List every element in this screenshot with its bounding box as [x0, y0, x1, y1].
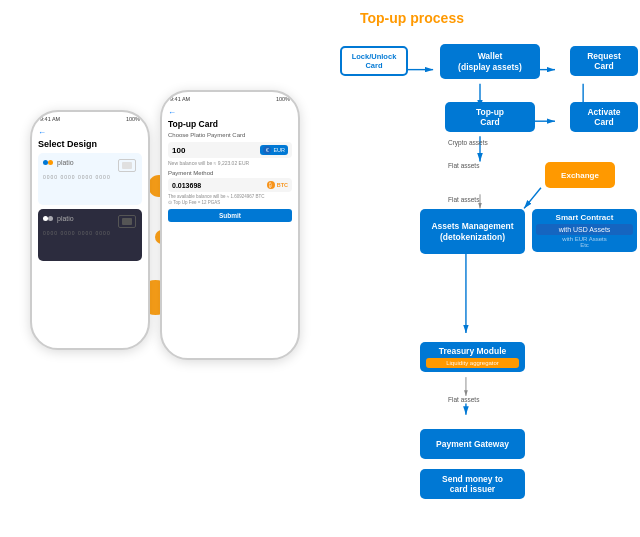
send-money-node: Send money to card issuer — [420, 469, 525, 499]
flowchart-section: Top-up process — [320, 10, 630, 527]
smart-contract-title: Smart Contract — [536, 213, 633, 222]
exchange-node: Exchange — [545, 162, 615, 188]
eur-amount-value: 100 — [172, 146, 185, 155]
flat-assets-label-2: Flat assets — [448, 196, 479, 203]
eur-label: EUR — [273, 147, 285, 153]
lock-unlock-node: Lock/Unlock Card — [340, 46, 408, 76]
card-number-dark: 0000 0000 0000 0000 — [43, 230, 137, 236]
phone-left-battery: 100% — [126, 116, 140, 122]
liquidity-label: Liquidity aggregator — [426, 358, 519, 368]
phone-left-time: 9:41 AM — [40, 116, 60, 122]
flat-assets-label-1: Flat assets — [448, 162, 479, 169]
topup-subtitle: Choose Platio Payment Card — [168, 132, 292, 138]
eur-circle: € — [263, 146, 271, 154]
request-card-node: Request Card — [570, 46, 638, 76]
svg-line-8 — [524, 188, 541, 209]
platio-brand-dark: platio — [57, 215, 74, 222]
avail-note: The available balance will be ≈ 1.609249… — [168, 194, 292, 199]
wallet-node: Wallet (display assets) — [440, 44, 540, 79]
phones-section: 9:41 AM 100% ← Select Design platio 00 — [10, 10, 320, 527]
left-screen-title: Select Design — [38, 139, 142, 149]
treasury-node: Treasury Module Liquidity aggregator — [420, 342, 525, 372]
btc-label: BTC — [277, 182, 288, 188]
activate-card-node: Activate Card — [570, 102, 638, 132]
payment-gateway-node: Payment Gateway — [420, 429, 525, 459]
etc-label: Etc — [536, 242, 633, 248]
treasury-title: Treasury Module — [426, 346, 519, 356]
smart-contract-node: Smart Contract with USD Assets with EUR … — [532, 209, 637, 252]
payment-method-label: Payment Method — [168, 170, 292, 176]
phone-right-battery: 100% — [276, 96, 290, 102]
platio-brand-light: platio — [57, 159, 74, 166]
with-usd-label: with USD Assets — [536, 224, 633, 235]
card-chip-light — [118, 159, 136, 172]
logo-dot-white2 — [48, 216, 53, 221]
back-arrow-right: ← — [168, 108, 292, 117]
phone-right: 9:41 AM 100% ← Top-up Card Choose Platio… — [160, 90, 300, 360]
flat-assets-label-3: Flat assets — [448, 396, 479, 403]
assets-mgmt-node: Assets Management (detokenization) — [420, 209, 525, 254]
btc-amount-value: 0.013698 — [172, 182, 201, 189]
phone-left: 9:41 AM 100% ← Select Design platio 00 — [30, 110, 150, 350]
card-number-light: 0000 0000 0000 0000 — [43, 174, 137, 180]
btc-amount-row: 0.013698 ₿ BTC — [168, 178, 292, 192]
card-dark: platio 0000 0000 0000 0000 — [38, 209, 142, 261]
card-white: platio 0000 0000 0000 0000 — [38, 153, 142, 205]
btc-badge: ₿ BTC — [267, 181, 288, 189]
phone-right-time: 9:41 AM — [170, 96, 190, 102]
flowchart-title: Top-up process — [360, 10, 630, 26]
crypto-assets-label: Crypto assets — [448, 139, 488, 146]
btc-circle: ₿ — [267, 181, 275, 189]
back-arrow-left: ← — [38, 128, 142, 137]
balance-note: New balance will be ≈ 9,223.02 EUR — [168, 160, 292, 166]
submit-button[interactable]: Submit — [168, 209, 292, 222]
fee-note: ⊙ Top Up Fee = 12 PGAS — [168, 200, 292, 205]
flow-container: Lock/Unlock Card Wallet (display assets)… — [330, 34, 630, 514]
topup-card-node: Top-up Card — [445, 102, 535, 132]
topup-title: Top-up Card — [168, 119, 292, 129]
logo-dot-orange — [48, 160, 53, 165]
card-chip-dark — [118, 215, 136, 228]
eur-currency-badge: € EUR — [260, 145, 288, 155]
eur-amount-row: 100 € EUR — [168, 142, 292, 158]
